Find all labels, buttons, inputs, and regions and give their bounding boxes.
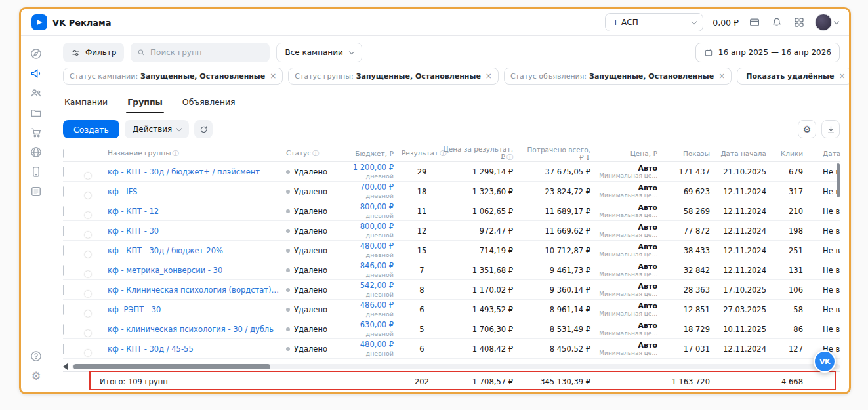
help-icon[interactable] (26, 346, 46, 366)
totals-row: Итого: 109 групп 202 1 708,57 ₽ 345 130,… (63, 372, 840, 391)
select-all-checkbox[interactable] (63, 149, 64, 158)
status-dot-icon (286, 347, 290, 351)
row-checkbox[interactable] (63, 285, 64, 295)
create-button[interactable]: Создать (63, 120, 119, 138)
tab-groups[interactable]: Группы (126, 92, 164, 113)
group-name-link[interactable]: кф - IFS (108, 187, 286, 196)
bell-icon[interactable] (770, 16, 783, 29)
row-checkbox[interactable] (63, 226, 64, 236)
filter-chip[interactable]: Статус объявления: Запущенные, Остановле… (504, 68, 732, 85)
group-impressions: 171 437 (665, 167, 718, 176)
col-clicks[interactable]: Клики (774, 150, 811, 157)
calendar-icon (704, 48, 713, 57)
row-checkbox[interactable] (63, 344, 64, 354)
date-range-picker[interactable]: 16 апр 2025 — 16 апр 2026 (695, 43, 840, 62)
group-end-date: Не вы (811, 167, 840, 176)
group-name-link[interactable]: кф -РЭПТ - 30 (108, 305, 286, 314)
group-impressions: 58 269 (665, 207, 718, 216)
chip-remove-icon[interactable]: × (839, 72, 846, 81)
campaign-select[interactable]: Все кампании (276, 43, 362, 62)
catalogs-icon[interactable] (26, 182, 46, 201)
group-name-link[interactable]: кф - метрика_конверсии - 30 (108, 266, 286, 275)
chevron-down-icon (176, 125, 182, 131)
col-group-name[interactable]: Название группыⓘ (108, 149, 286, 158)
media-icon[interactable] (26, 103, 46, 123)
chip-value: Запущенные, Остановленные (589, 72, 714, 81)
chip-label: Статус группы: (295, 72, 353, 81)
group-name-link[interactable]: кф - клиническая психология - 30 / дубль (108, 325, 286, 334)
export-button[interactable] (821, 120, 840, 138)
account-selector-value: + АСП (612, 18, 638, 27)
filter-chip[interactable]: Статус группы: Запущенные, Остановленные… (288, 68, 499, 85)
row-checkbox[interactable] (63, 167, 64, 177)
row-checkbox[interactable] (63, 265, 64, 276)
settings-gear-icon[interactable]: ⚙ (26, 366, 46, 386)
commerce-icon[interactable] (26, 123, 46, 142)
scroll-left-icon[interactable] (63, 363, 68, 370)
filter-chip[interactable]: Показать удалённые × (737, 68, 851, 85)
group-name-link[interactable]: кф - КПТ - 30д / 45-55 (108, 344, 286, 354)
table-row: кф -РЭПТ - 30 Удалено 486,00 ₽дневной 6 … (63, 300, 840, 319)
scrollbar-track[interactable] (72, 364, 840, 369)
row-checkbox[interactable] (63, 245, 64, 256)
sites-icon[interactable] (26, 142, 46, 162)
vk-ads-logo[interactable]: VK Реклама (31, 14, 112, 30)
col-cost-per-result[interactable]: Цена за результат, ₽ⓘ (442, 145, 521, 162)
row-checkbox[interactable] (63, 304, 64, 315)
col-price[interactable]: Цена, ₽ (598, 150, 665, 157)
campaign-select-value: Все кампании (285, 48, 342, 57)
filter-chip[interactable]: Статус кампании: Запущенные, Остановленн… (63, 68, 283, 85)
chip-remove-icon[interactable]: × (486, 72, 492, 81)
scrollbar-thumb[interactable] (73, 364, 270, 369)
tab-ads[interactable]: Объявления (181, 92, 237, 113)
refresh-button[interactable] (194, 120, 213, 138)
actions-button[interactable]: Действия (125, 120, 189, 138)
table-settings-button[interactable]: ⚙ (798, 120, 816, 138)
group-start-date: 27.03.2025 (718, 305, 774, 314)
group-name-link[interactable]: кф - КПТ - 30 (108, 226, 286, 236)
row-checkbox[interactable] (63, 186, 64, 197)
group-spent: 11 669,62 ₽ (521, 226, 598, 236)
group-clicks: 198 (774, 226, 811, 236)
group-cost-per-result: 714,19 ₽ (442, 246, 521, 255)
overview-icon[interactable] (26, 44, 46, 64)
group-name-link[interactable]: кф - КПТ - 12 (108, 207, 286, 216)
vertical-scrollbar-thumb[interactable] (837, 163, 840, 197)
filter-button[interactable]: Фильтр (63, 43, 124, 62)
group-end-date: Не вы (811, 207, 840, 216)
mobile-apps-icon[interactable] (26, 162, 46, 182)
status-dot-icon (286, 249, 290, 253)
group-name-link[interactable]: кф - Клиническая психология (вордстат) -… (108, 285, 286, 295)
chip-remove-icon[interactable]: × (270, 72, 276, 81)
group-clicks: 106 (774, 285, 811, 295)
group-price: АвтоМинимальная це... (598, 321, 665, 337)
audiences-icon[interactable] (26, 83, 46, 103)
wallet-icon[interactable] (748, 16, 761, 29)
col-start-date[interactable]: Дата начала (718, 150, 774, 157)
row-checkbox[interactable] (63, 324, 64, 335)
search-input[interactable] (150, 48, 263, 57)
chip-remove-icon[interactable]: × (718, 72, 725, 81)
group-end-date: Не вы (811, 285, 840, 295)
group-spent: 23 824,72 ₽ (521, 187, 598, 196)
tab-campaigns[interactable]: Кампании (63, 92, 109, 113)
col-end-date[interactable]: Дата заверш (811, 150, 840, 157)
col-spent[interactable]: Потрачено всего, ₽↓ (521, 146, 598, 161)
col-status[interactable]: Статусⓘ (286, 149, 346, 158)
group-name-link[interactable]: кф - КПТ - 30д / бюджет+ / плэйсмент (108, 167, 286, 176)
row-checkbox[interactable] (63, 206, 64, 216)
vk-fab-button[interactable]: VK (814, 350, 836, 373)
group-spent: 9 461,73 ₽ (521, 266, 598, 275)
campaigns-icon[interactable] (26, 64, 46, 83)
col-impressions[interactable]: Показы (665, 150, 718, 157)
user-menu[interactable] (815, 14, 838, 31)
account-selector[interactable]: + АСП (605, 13, 703, 31)
group-end-date: Не вы (811, 246, 840, 255)
col-result[interactable]: Результатⓘ (402, 149, 442, 158)
group-name-link[interactable]: кф - КПТ - 30д / бюджет-20% (108, 246, 286, 255)
table-row: кф - КПТ - 30 Удалено 800,00 ₽дневной 12… (63, 221, 840, 241)
group-clicks: 679 (774, 167, 811, 176)
col-budget[interactable]: Бюджет, ₽ (346, 150, 402, 157)
group-start-date: 12.11.2024 (718, 207, 774, 216)
apps-grid-icon[interactable] (793, 16, 806, 29)
